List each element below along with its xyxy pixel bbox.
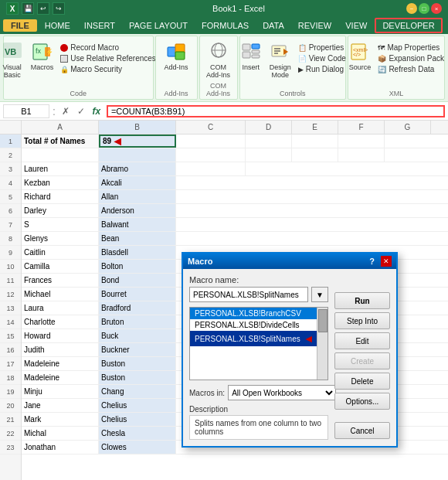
run-button[interactable]: Run [334,292,390,309]
minimize-button[interactable]: − [406,3,417,14]
cell-b7[interactable]: Balwant [99,218,176,231]
cell-a9[interactable]: Caitlin [22,246,99,259]
cell-b22[interactable]: Chesla [99,427,176,440]
cell-b8[interactable]: Bean [99,232,176,245]
cell-a20[interactable]: Jane [22,399,99,412]
macros-button[interactable]: fx ⚡ Macros [28,39,57,73]
cell-b18[interactable]: Buston [99,371,176,384]
expansion-pack-button[interactable]: 📦 Expansion Pack [375,53,446,63]
cell-b12[interactable]: Bourret [99,288,176,301]
cell-a2[interactable] [22,148,99,162]
cell-b15[interactable]: Buck [99,329,176,342]
edit-button[interactable]: Edit [334,332,390,349]
accept-formula-icon[interactable]: ✓ [74,104,88,118]
insert-menu[interactable]: INSERT [78,19,121,32]
cell-b23[interactable]: Clowes [99,441,176,454]
cell-e1[interactable] [292,134,338,148]
cell-a16[interactable]: Judith [22,343,99,356]
properties-button[interactable]: 📋 Properties [296,43,348,53]
cell-b1[interactable]: 89 ◄ [99,134,176,148]
macro-dialog[interactable]: Macro ? ✕ Macro name: ▼ PERSONAL.XLSB!Br… [182,252,398,448]
data-menu[interactable]: DATA [256,19,290,32]
cell-a13[interactable]: Laura [22,301,99,315]
cell-b21[interactable]: Chelius [99,413,176,426]
cell-a17[interactable]: Madeleine [22,357,99,370]
maximize-button[interactable]: □ [419,3,429,14]
macro-list[interactable]: PERSONAL.XLSB!BranchCSV PERSONAL.XLSB!Di… [189,307,328,380]
formula-input-box[interactable] [107,105,445,117]
cell-reference-box[interactable]: B1 [3,104,49,118]
cell-a7[interactable]: S [22,218,99,231]
cell-a1[interactable]: Total # of Names [22,134,99,148]
insert-function-icon[interactable]: fx [90,104,104,118]
developer-menu[interactable]: DEVELOPER [375,18,442,33]
delete-button[interactable]: Delete [334,373,390,390]
formulas-menu[interactable]: FORMULAS [195,19,255,32]
review-menu[interactable]: REVIEW [292,19,338,32]
undo-icon[interactable]: ↩ [37,2,49,15]
cell-b2[interactable] [99,148,176,162]
cell-b20[interactable]: Chelius [99,399,176,412]
file-menu[interactable]: FILE [3,19,37,32]
cell-a14[interactable]: Charlotte [22,315,99,329]
source-button[interactable]: <xml> </> Source [346,39,375,73]
cell-b5[interactable]: Allan [99,190,176,203]
cell-a21[interactable]: Mark [22,413,99,426]
cell-b4[interactable]: Akcali [99,176,176,189]
cell-c1[interactable] [176,134,246,148]
refresh-data-button[interactable]: 🔄 Refresh Data [375,64,446,74]
design-mode-button[interactable]: DesignMode [266,39,294,80]
cell-b9[interactable]: Blasdell [99,246,176,259]
insert-control-button[interactable]: Insert [237,39,265,73]
cell-a15[interactable]: Howard [22,329,99,342]
cell-b16[interactable]: Buckner [99,343,176,356]
cell-f1[interactable] [338,134,385,148]
cell-a4[interactable]: Kezban [22,176,99,189]
dialog-close-button[interactable]: ✕ [381,256,392,267]
cell-a23[interactable]: Jonathan [22,441,99,454]
step-into-button[interactable]: Step Into [334,312,390,329]
cell-b11[interactable]: Bond [99,274,176,287]
cell-a6[interactable]: Darley [22,204,99,217]
cell-a10[interactable]: Camilla [22,260,99,273]
cell-a5[interactable]: Richard [22,190,99,203]
cell-a11[interactable]: Frances [22,274,99,287]
use-relative-ref-button[interactable]: ⬜ Use Relative References [58,53,158,63]
com-button[interactable]: COMAdd-Ins [203,39,233,80]
cell-a3[interactable]: Lauren [22,162,99,175]
macro-list-scrollthumb[interactable] [318,309,328,332]
view-code-button[interactable]: 📄 View Code [296,53,348,63]
macro-browse-button[interactable]: ▼ [311,287,328,302]
cell-b14[interactable]: Bruton [99,315,176,329]
cell-a18[interactable]: Madeleine [22,371,99,384]
visual-basic-button[interactable]: VB VisualBasic [0,39,26,80]
cell-b10[interactable]: Bolton [99,260,176,273]
cell-c2[interactable] [176,148,246,162]
macro-item-split-names[interactable]: PERSONAL.XLSB!SplitNames ◄ [190,331,328,346]
macro-security-button[interactable]: 🔒 Macro Security [58,64,158,74]
addins-button[interactable]: Add-Ins [161,39,192,73]
cell-b6[interactable]: Anderson [99,204,176,217]
cell-d2[interactable] [246,148,292,162]
cell-a12[interactable]: Michael [22,288,99,301]
cell-f2[interactable] [338,148,385,162]
cell-a19[interactable]: Minju [22,385,99,398]
save-icon[interactable]: 💾 [22,2,34,15]
macro-item-divide-cells[interactable]: PERSONAL.XLSB!DivideCells [190,319,328,331]
cell-b3[interactable]: Abramo [99,162,176,175]
dialog-help-button[interactable]: ? [369,257,375,266]
macro-list-scrollbar[interactable] [317,308,328,380]
cell-a22[interactable]: Michal [22,427,99,440]
cell-e2[interactable] [292,148,338,162]
redo-icon[interactable]: ↪ [53,2,65,15]
run-dialog-button[interactable]: ▶ Run Dialog [296,64,348,74]
formula-input[interactable] [108,107,443,116]
macros-in-select[interactable]: All Open Workbooks This Workbook Persona… [228,385,336,400]
cell-d1[interactable] [246,134,292,148]
page-layout-menu[interactable]: PAGE LAYOUT [123,19,194,32]
home-menu[interactable]: HOME [39,19,76,32]
options-button[interactable]: Options... [334,393,390,410]
record-macro-button[interactable]: Record Macro [58,43,158,53]
macro-item-branch-csv[interactable]: PERSONAL.XLSB!BranchCSV [190,308,328,319]
map-properties-button[interactable]: 🗺 Map Properties [375,43,446,53]
